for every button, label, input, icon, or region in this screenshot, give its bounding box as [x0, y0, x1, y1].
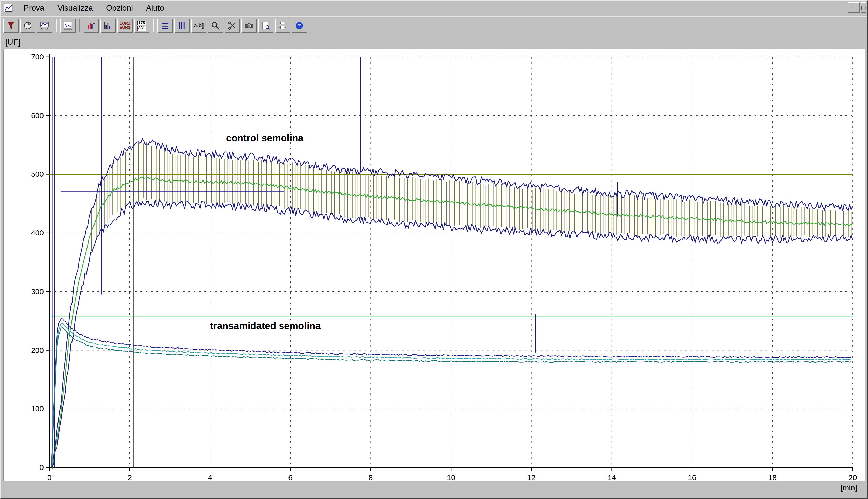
y-axis-unit-label: [UF] — [5, 38, 20, 47]
x-tick-label: 4 — [208, 473, 212, 481]
help-icon: ? — [295, 21, 304, 31]
help-button[interactable]: ? — [292, 19, 307, 33]
series-curve — [51, 318, 852, 467]
menu-item-aiuto[interactable]: Aiuto — [140, 2, 171, 14]
data-columns-button[interactable] — [174, 19, 190, 33]
y-tick-label: 400 — [31, 229, 44, 237]
menu-items: ProvaVisualizzaOpzioniAiuto — [17, 2, 171, 14]
x-tick-label: 6 — [288, 473, 293, 481]
curve-annotation: control semolina — [226, 133, 304, 143]
print-button[interactable] — [275, 19, 290, 33]
curve-annotation: transamidated semolina — [210, 320, 321, 331]
funnel-icon — [6, 21, 16, 31]
toolbar-separator — [79, 19, 80, 32]
menu-item-prova[interactable]: Prova — [17, 2, 51, 14]
cols-icon — [177, 21, 187, 31]
y-tick-label: 200 — [31, 346, 44, 354]
x-tick-label: 12 — [527, 473, 535, 481]
unit-code-button[interactable]: 178831 — [134, 19, 149, 33]
chart-canvas[interactable]: 010020030040050060070002468101214161820c… — [3, 49, 865, 481]
compare-curves-button[interactable] — [84, 19, 99, 33]
annotation-label-text: a.b] — [194, 22, 203, 29]
unit-eur-button[interactable]: EUR1EUR2 — [117, 19, 132, 33]
pan-icon — [40, 21, 49, 31]
series-curve — [53, 177, 853, 469]
zoom-icon — [211, 21, 220, 31]
x-tick-label: 0 — [47, 473, 52, 481]
scale-time-axis-button[interactable] — [37, 19, 52, 33]
cut-button[interactable] — [225, 19, 240, 33]
y-tick-label: 500 — [31, 170, 44, 178]
y-tick-label: 600 — [31, 111, 44, 120]
unit-eur-label: EUR1EUR2 — [120, 21, 131, 30]
y-tick-label: 100 — [31, 404, 44, 413]
print-preview-button[interactable] — [258, 19, 273, 33]
toolbar-separator — [56, 19, 57, 32]
zoom-button[interactable] — [208, 19, 223, 33]
svg-text:?: ? — [298, 23, 301, 28]
unit-code-label: 178831 — [138, 20, 146, 31]
y-tick-label: 300 — [31, 287, 44, 296]
application-window: { "window": { "menu": [ {"label": "Prova… — [0, 0, 868, 499]
x-tick-label: 8 — [369, 473, 373, 481]
chart-panel: 010020030040050060070002468101214161820c… — [3, 49, 865, 481]
snapshot-button[interactable] — [241, 19, 257, 33]
minimize-button[interactable]: – — [848, 2, 860, 13]
chart-icon — [63, 21, 73, 31]
x-tick-label: 10 — [447, 473, 455, 481]
series-curve — [51, 323, 852, 467]
y-tick-label: 700 — [31, 53, 44, 61]
bar-graph-button[interactable] — [100, 19, 116, 33]
window-controls: –□ — [848, 2, 866, 13]
menu-item-visualizza[interactable]: Visualizza — [51, 2, 99, 14]
x-tick-label: 20 — [848, 473, 857, 481]
toolbar-separator — [153, 19, 154, 32]
scissors-icon — [227, 21, 237, 31]
printer-icon — [278, 21, 287, 31]
x-tick-label: 14 — [607, 473, 616, 481]
data-rows-button[interactable] — [157, 19, 173, 33]
series-curve — [53, 199, 853, 467]
toolbar: EUR1EUR2178831a.b]? — [1, 15, 867, 35]
filter-button[interactable] — [3, 19, 19, 33]
menu-item-opzioni[interactable]: Opzioni — [99, 2, 140, 14]
annotation-label-button[interactable]: a.b] — [191, 19, 206, 33]
x-tick-label: 2 — [128, 473, 132, 481]
app-chart-icon — [3, 3, 13, 13]
clock-icon — [23, 21, 33, 31]
menu-bar: ProvaVisualizzaOpzioniAiuto –□ — [1, 1, 867, 15]
bars-icon — [103, 21, 113, 31]
y-tick-label: 0 — [39, 463, 44, 472]
page-icon — [261, 21, 271, 31]
camera-icon — [244, 21, 254, 31]
evaluation-chart-button[interactable] — [60, 19, 75, 33]
timer-button[interactable] — [20, 19, 35, 33]
x-axis-unit-label: [min] — [841, 484, 857, 492]
restore-button[interactable]: □ — [860, 2, 866, 13]
rows-icon — [160, 21, 170, 31]
barsArrows-icon — [86, 21, 96, 31]
x-tick-label: 18 — [768, 473, 777, 481]
x-tick-label: 16 — [688, 473, 696, 481]
